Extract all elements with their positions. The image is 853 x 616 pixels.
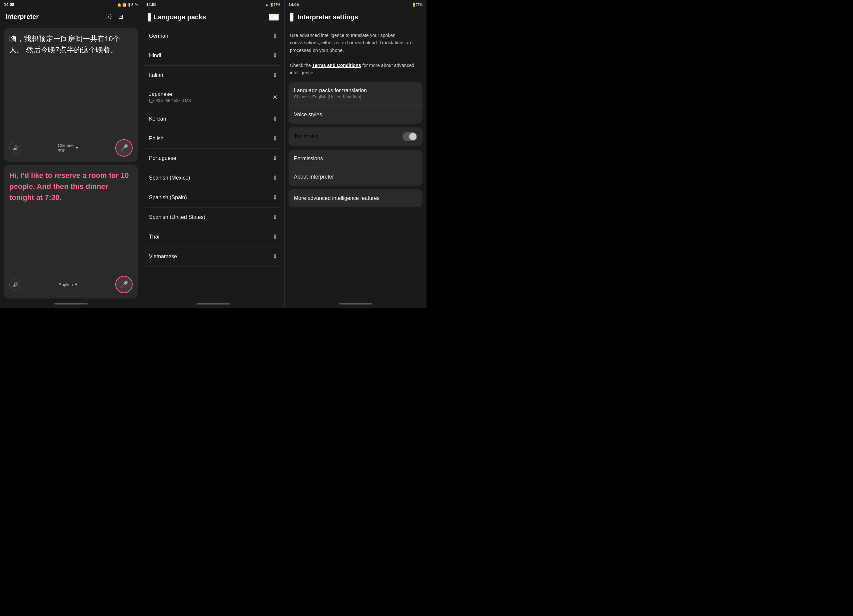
permissions-item[interactable]: Permissions [288, 150, 422, 168]
progress-circle-icon [149, 98, 153, 103]
lang-item-label: Polish [149, 136, 273, 142]
settings-description: Use advanced intelligence to translate y… [288, 29, 422, 82]
battery-icon-2: 🔋77% [270, 3, 280, 7]
header-left: ‹ Language packs [147, 13, 206, 22]
tap-to-talk-card: Tap to talk [288, 127, 422, 146]
lang-packs-card: Language packs for translation Chinese, … [288, 82, 422, 124]
download-icon: ⇓ [273, 174, 278, 182]
nav-bar-1 [0, 301, 142, 308]
status-bar-2: 14:05 ⚙ 🔋77% [142, 0, 284, 9]
list-item[interactable]: Korean⇓ [145, 109, 282, 129]
chinese-lang-name: Chinese [58, 143, 74, 148]
settings-header: ‹ Interpreter settings [285, 9, 426, 26]
bubble-footer-2: 🔊 English ▼ 🎤 [9, 276, 133, 293]
settings-back-button[interactable]: ‹ [290, 13, 294, 22]
more-button[interactable]: ⋮ [129, 12, 137, 21]
list-item[interactable]: German⇓ [145, 26, 282, 46]
status-icons-1: 🔔 📶 🔋81% [117, 3, 138, 7]
lang-packs-item[interactable]: Language packs for translation Chinese, … [288, 82, 422, 106]
chinese-text: 嗨，我想预定一间房间一共有10个人。 然后今晚7点半的这个晚餐。 [9, 33, 133, 55]
more-features-item[interactable]: More advanced intelligence features [288, 189, 422, 207]
list-item[interactable]: Spanish (United States)⇓ [145, 208, 282, 227]
lang-item-label: Vietnamese [149, 253, 273, 259]
download-icon: ⇓ [273, 194, 278, 201]
more-features-label: More advanced intelligence features [294, 195, 417, 201]
lang-item-label: Spanish (Mexico) [149, 175, 273, 181]
tap-to-talk-toggle[interactable] [402, 132, 417, 141]
download-icon: ⇓ [273, 155, 278, 162]
status-bar-1: 14:08 🔔 📶 🔋81% [0, 0, 142, 9]
mic-button-1[interactable]: 🎤 [115, 139, 133, 156]
list-item[interactable]: Japanese83.3 MB / 537.6 MB✕ [145, 85, 282, 109]
chevron-down-icon-2: ▼ [74, 282, 78, 287]
volume-button-1[interactable]: 🔊 [9, 142, 21, 154]
english-text: Hi, I'd like to reserve a room for 10 pe… [9, 170, 133, 203]
description-text-2: Check the [290, 63, 312, 68]
description-text-1: Use advanced intelligence to translate y… [290, 33, 413, 53]
download-icon: ⇓ [273, 135, 278, 142]
bubble-english: Hi, I'd like to reserve a room for 10 pe… [4, 165, 138, 299]
list-item[interactable]: Vietnamese⇓ [145, 247, 282, 267]
signal-icon: 📶 [122, 3, 126, 7]
back-button[interactable]: ‹ [147, 13, 151, 22]
settings-content: Use advanced intelligence to translate y… [285, 26, 426, 301]
language-packs-header: ‹ Language packs Edit [142, 9, 284, 26]
interpreter-header: Interpreter ⓘ ⊟ ⋮ [0, 9, 142, 25]
status-bar-3: 14:05 🔋77% [285, 0, 426, 9]
voice-styles-item[interactable]: Voice styles [288, 106, 422, 124]
language-packs-panel: 14:05 ⚙ 🔋77% ‹ Language packs Edit Germa… [142, 0, 284, 308]
about-label: About Interpreter [294, 174, 417, 180]
list-item[interactable]: Hindi⇓ [145, 46, 282, 66]
voice-styles-label: Voice styles [294, 112, 417, 118]
info-button[interactable]: ⓘ [105, 12, 112, 21]
interpreter-title: Interpreter [5, 13, 39, 21]
list-item[interactable]: Polish⇓ [145, 129, 282, 149]
list-item[interactable]: Portuguese⇓ [145, 149, 282, 168]
download-icon: ⇓ [273, 32, 278, 39]
permissions-label: Permissions [294, 156, 417, 162]
alarm-icon: 🔔 [117, 3, 121, 7]
download-icon: ⇓ [273, 253, 278, 260]
lang-item-label: German [149, 33, 273, 39]
more-features-card: More advanced intelligence features [288, 189, 422, 207]
nav-bar-2 [142, 301, 284, 308]
lang-item-label: Italian [149, 72, 273, 78]
permissions-about-card: Permissions About Interpreter [288, 150, 422, 186]
nav-indicator-2 [197, 303, 230, 305]
english-lang-selector[interactable]: English ▼ [59, 282, 78, 287]
bubble-footer-1: 🔊 Chinese 中文 ▼ 🎤 [9, 139, 133, 156]
header-icons: ⓘ ⊟ ⋮ [105, 12, 137, 21]
lang-packs-sub: Chinese, English (United Kingdom) [294, 94, 417, 99]
progress-text: 83.3 MB / 537.6 MB [156, 98, 191, 103]
nav-indicator-3 [339, 303, 372, 305]
list-item[interactable]: Spanish (Mexico)⇓ [145, 168, 282, 188]
bubble-chinese: 嗨，我想预定一间房间一共有10个人。 然后今晚7点半的这个晚餐。 🔊 Chine… [4, 28, 138, 162]
status-icons-3: 🔋77% [412, 3, 422, 7]
language-list: German⇓Hindi⇓Italian⇓Japanese83.3 MB / 5… [142, 26, 284, 301]
chinese-lang-selector[interactable]: Chinese 中文 ▼ [58, 143, 79, 153]
volume-button-2[interactable]: 🔊 [9, 279, 21, 290]
mic-button-2[interactable]: 🎤 [115, 276, 133, 293]
terms-link[interactable]: Terms and Conditions [312, 63, 361, 68]
battery-icon: 🔋81% [127, 3, 138, 7]
interpreter-settings-panel: 14:05 🔋77% ‹ Interpreter settings Use ad… [284, 0, 426, 308]
lang-item-label: Portuguese [149, 155, 273, 161]
nav-indicator-1 [54, 303, 88, 305]
battery-icon-3: 🔋77% [412, 3, 422, 7]
layout-button[interactable]: ⊟ [118, 12, 124, 21]
time-3: 14:05 [288, 2, 299, 7]
list-item[interactable]: Spanish (Spain)⇓ [145, 188, 282, 208]
english-lang-name: English [59, 282, 73, 287]
settings-title: Interpreter settings [297, 13, 358, 21]
list-item[interactable]: Thai⇓ [145, 227, 282, 247]
list-item[interactable]: Italian⇓ [145, 66, 282, 85]
lang-item-label: Thai [149, 234, 273, 240]
download-icon: ⇓ [273, 52, 278, 59]
lang-item-label: Spanish (United States) [149, 214, 273, 220]
lang-packs-label: Language packs for translation [294, 88, 417, 94]
conversation-area: 嗨，我想预定一间房间一共有10个人。 然后今晚7点半的这个晚餐。 🔊 Chine… [0, 25, 142, 301]
time-1: 14:08 [4, 2, 14, 7]
edit-button[interactable]: Edit [269, 14, 279, 21]
download-icon: ⇓ [273, 214, 278, 221]
about-item[interactable]: About Interpreter [288, 168, 422, 186]
